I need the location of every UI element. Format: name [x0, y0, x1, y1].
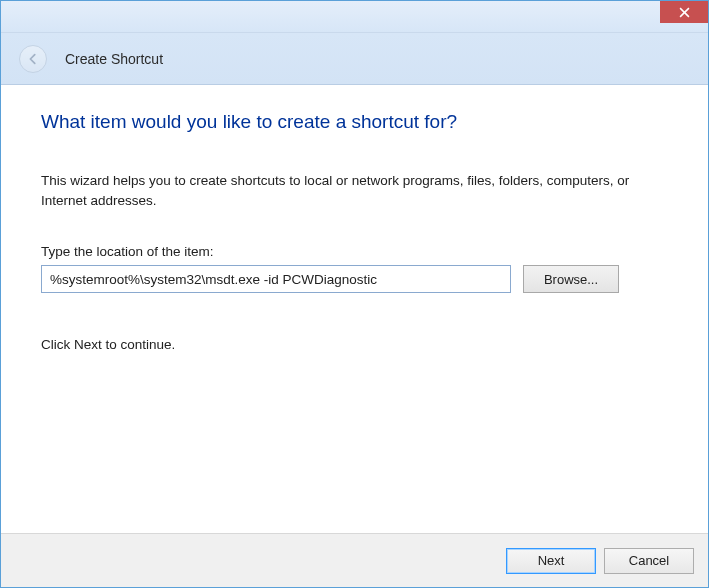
- back-button: [19, 45, 47, 73]
- titlebar: [1, 1, 708, 33]
- header-row: Create Shortcut: [1, 33, 708, 85]
- browse-button[interactable]: Browse...: [523, 265, 619, 293]
- wizard-title: Create Shortcut: [65, 51, 163, 67]
- location-input[interactable]: [41, 265, 511, 293]
- input-row: Browse...: [41, 265, 668, 293]
- continue-hint: Click Next to continue.: [41, 337, 668, 352]
- description-text: This wizard helps you to create shortcut…: [41, 171, 641, 210]
- wizard-window: Create Shortcut What item would you like…: [0, 0, 709, 588]
- close-button[interactable]: [660, 1, 708, 23]
- location-label: Type the location of the item:: [41, 244, 668, 259]
- close-icon: [679, 7, 690, 18]
- page-heading: What item would you like to create a sho…: [41, 111, 668, 133]
- footer: Next Cancel: [1, 533, 708, 587]
- cancel-button[interactable]: Cancel: [604, 548, 694, 574]
- arrow-left-icon: [26, 52, 40, 66]
- content-area: What item would you like to create a sho…: [1, 85, 708, 533]
- next-button[interactable]: Next: [506, 548, 596, 574]
